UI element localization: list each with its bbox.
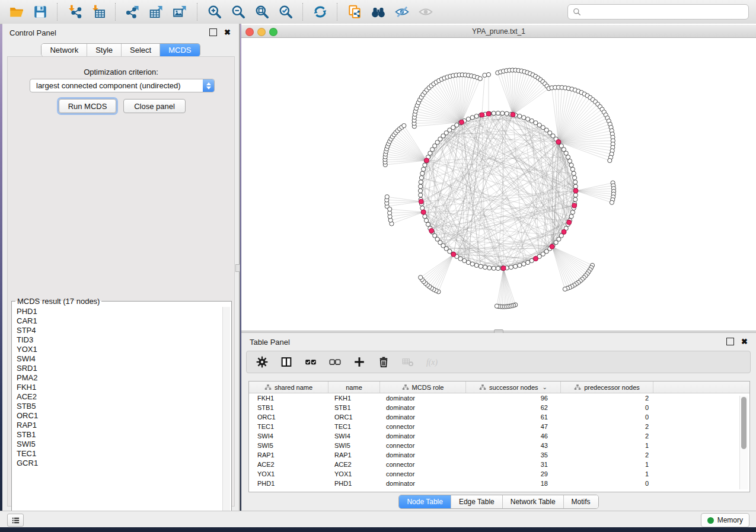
mcds-result-item[interactable]: CAR1	[13, 316, 222, 326]
mcds-result-item[interactable]: ORC1	[13, 411, 222, 421]
tab-select[interactable]: Select	[121, 44, 160, 56]
column-header-MCDS-role[interactable]: MCDS role	[380, 382, 466, 393]
deselect-all-icon[interactable]	[328, 355, 342, 369]
cell-predecessor_nodes[interactable]: 2	[561, 451, 653, 459]
cell-name[interactable]: FKH1	[328, 395, 380, 402]
mcds-result-item[interactable]: GCR1	[13, 459, 222, 468]
close-panel-button[interactable]: Close panel	[123, 99, 186, 113]
cell-predecessor_nodes[interactable]: 2	[561, 395, 653, 402]
cell-shared_name[interactable]: SWI5	[249, 442, 328, 449]
mcds-result-item[interactable]: FKH1	[13, 383, 222, 392]
cell-mcds_role[interactable]: connector	[380, 423, 466, 430]
new-network-from-selection-icon[interactable]	[346, 4, 363, 20]
cell-name[interactable]: RAP1	[328, 451, 380, 459]
cell-successor_nodes[interactable]: 35	[466, 451, 561, 459]
cell-successor_nodes[interactable]: 29	[466, 470, 561, 477]
cell-predecessor_nodes[interactable]: 1	[561, 442, 653, 449]
cell-successor_nodes[interactable]: 62	[466, 404, 561, 411]
cell-mcds_role[interactable]: connector	[380, 470, 466, 477]
mcds-result-item[interactable]: ACE2	[13, 392, 222, 402]
column-header-predecessor-nodes[interactable]: predecessor nodes	[561, 382, 653, 393]
zoom-in-icon[interactable]	[206, 4, 223, 20]
mcds-result-item[interactable]: YOX1	[13, 345, 222, 354]
table-row[interactable]: YOX1YOX1connector291	[249, 469, 749, 479]
mcds-result-list[interactable]: PHD1CAR1STP4TID3YOX1SWI4SRD1PMA2FKH1ACE2…	[13, 307, 222, 517]
mcds-result-item[interactable]: SRD1	[13, 364, 222, 373]
cell-successor_nodes[interactable]: 31	[466, 461, 561, 468]
save-session-icon[interactable]	[32, 4, 49, 20]
cell-name[interactable]: ACE2	[328, 461, 380, 468]
cell-successor_nodes[interactable]: 18	[466, 480, 561, 487]
table-row[interactable]: PHD1PHD1dominator180	[249, 479, 749, 488]
column-header-successor-nodes[interactable]: successor nodes⌄	[466, 382, 561, 393]
column-header-shared-name[interactable]: shared name	[249, 382, 328, 393]
cell-successor_nodes[interactable]: 61	[466, 414, 561, 421]
tab-motifs[interactable]: Motifs	[563, 495, 598, 508]
import-network-icon[interactable]	[66, 4, 83, 20]
cell-shared_name[interactable]: TEC1	[249, 423, 328, 430]
first-neighbors-icon[interactable]	[370, 4, 387, 20]
tab-edge-table[interactable]: Edge Table	[451, 495, 502, 508]
mcds-result-item[interactable]: RAP1	[13, 421, 222, 430]
network-graph[interactable]	[241, 38, 756, 331]
search-box[interactable]	[567, 4, 749, 20]
cell-mcds_role[interactable]: dominator	[380, 414, 466, 421]
zoom-selected-icon[interactable]	[277, 4, 294, 20]
mcds-result-item[interactable]: SWI5	[13, 440, 222, 449]
tab-network[interactable]: Network	[42, 44, 87, 56]
network-canvas[interactable]	[241, 38, 756, 331]
search-input[interactable]	[585, 7, 744, 17]
scrollbar-thumb[interactable]	[741, 397, 747, 449]
mcds-result-item[interactable]: PMA2	[13, 373, 222, 383]
cell-mcds_role[interactable]: connector	[380, 442, 466, 449]
delete-columns-icon[interactable]	[377, 355, 391, 369]
cell-predecessor_nodes[interactable]: 0	[561, 480, 653, 487]
zoom-out-icon[interactable]	[230, 4, 247, 20]
cell-name[interactable]: YOX1	[328, 470, 380, 477]
export-image-icon[interactable]	[172, 4, 189, 20]
cell-successor_nodes[interactable]: 46	[466, 432, 561, 440]
cell-predecessor_nodes[interactable]: 0	[561, 414, 653, 421]
cell-shared_name[interactable]: ACE2	[249, 461, 328, 468]
add-column-icon[interactable]	[352, 355, 366, 369]
cell-predecessor_nodes[interactable]: 1	[561, 461, 653, 468]
cell-shared_name[interactable]: SWI4	[249, 432, 328, 440]
cell-shared_name[interactable]: STB1	[249, 404, 328, 411]
criterion-select[interactable]: largest connected component (undirected)	[30, 79, 215, 92]
cell-shared_name[interactable]: FKH1	[249, 395, 328, 402]
cell-mcds_role[interactable]: dominator	[380, 395, 466, 402]
hide-selected-icon[interactable]	[394, 4, 410, 20]
tab-style[interactable]: Style	[87, 44, 121, 56]
cell-successor_nodes[interactable]: 47	[466, 423, 561, 430]
cell-shared_name[interactable]: RAP1	[249, 451, 328, 459]
run-mcds-button[interactable]: Run MCDS	[59, 99, 116, 113]
panel-splitter-handle[interactable]	[235, 264, 240, 272]
cell-shared_name[interactable]: PHD1	[249, 480, 328, 487]
memory-button[interactable]: Memory	[701, 513, 749, 527]
cell-name[interactable]: ORC1	[328, 414, 380, 421]
export-table-icon[interactable]	[148, 4, 165, 20]
table-row[interactable]: SWI5SWI5connector431	[249, 441, 749, 450]
tab-mcds[interactable]: MCDS	[160, 44, 199, 56]
cell-mcds_role[interactable]: dominator	[380, 480, 466, 487]
table-row[interactable]: FKH1FKH1dominator962	[249, 393, 749, 403]
table-row[interactable]: SWI4SWI4dominator462	[249, 431, 749, 441]
cell-mcds_role[interactable]: dominator	[380, 432, 466, 440]
mcds-result-item[interactable]: SWI4	[13, 354, 222, 364]
table-row[interactable]: RAP1RAP1dominator352	[249, 450, 749, 460]
mcds-result-item[interactable]: STB5	[13, 402, 222, 411]
column-header-name[interactable]: name	[328, 382, 380, 393]
float-window-icon[interactable]	[726, 338, 734, 345]
cell-name[interactable]: SWI5	[328, 442, 380, 449]
cell-shared_name[interactable]: ORC1	[249, 414, 328, 421]
tab-network-table[interactable]: Network Table	[502, 495, 563, 508]
select-all-icon[interactable]	[304, 355, 318, 369]
table-row[interactable]: TEC1TEC1connector472	[249, 422, 749, 431]
cell-predecessor_nodes[interactable]: 2	[561, 423, 653, 430]
mcds-result-item[interactable]: PHD1	[13, 307, 222, 316]
close-icon[interactable]	[741, 338, 748, 345]
cell-shared_name[interactable]: YOX1	[249, 470, 328, 477]
mcds-result-item[interactable]: STB1	[13, 430, 222, 440]
cell-predecessor_nodes[interactable]: 0	[561, 404, 653, 411]
cell-successor_nodes[interactable]: 43	[466, 442, 561, 449]
